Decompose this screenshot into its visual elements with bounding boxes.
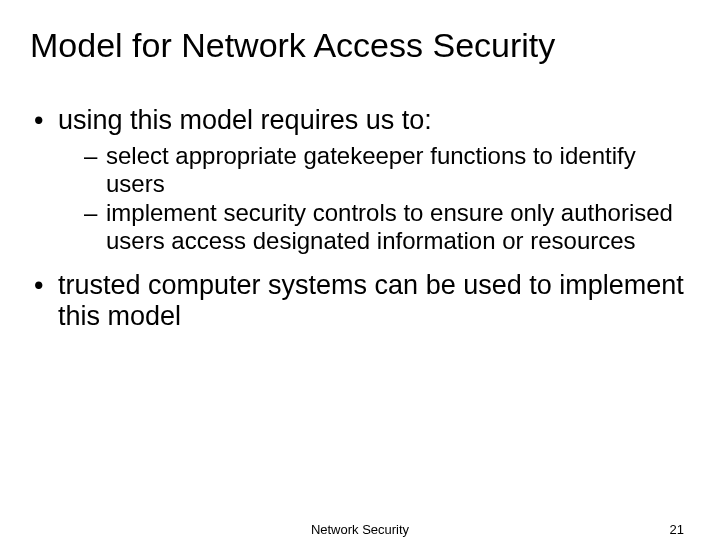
sub-bullet-text: implement security controls to ensure on… (106, 199, 673, 254)
slide-content: using this model requires us to: select … (30, 105, 690, 333)
bullet-item: using this model requires us to: select … (30, 105, 690, 254)
sub-bullet-item: implement security controls to ensure on… (58, 199, 690, 254)
slide: Model for Network Access Security using … (0, 0, 720, 540)
footer-label: Network Security (311, 522, 409, 537)
bullet-text: using this model requires us to: (58, 105, 432, 135)
bullet-item: trusted computer systems can be used to … (30, 270, 690, 332)
slide-title: Model for Network Access Security (30, 26, 690, 65)
sub-bullet-item: select appropriate gatekeeper functions … (58, 142, 690, 197)
bullet-list: using this model requires us to: select … (30, 105, 690, 333)
page-number: 21 (670, 522, 684, 537)
sub-bullet-list: select appropriate gatekeeper functions … (58, 142, 690, 254)
bullet-text: trusted computer systems can be used to … (58, 270, 684, 331)
sub-bullet-text: select appropriate gatekeeper functions … (106, 142, 636, 197)
